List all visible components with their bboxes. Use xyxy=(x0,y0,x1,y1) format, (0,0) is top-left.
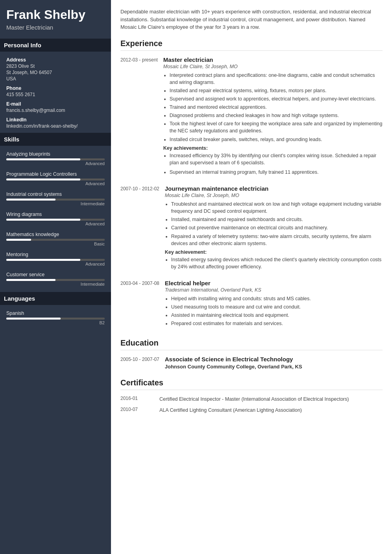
address-line-3: USA xyxy=(6,76,105,82)
personal-info-heading: Personal Info xyxy=(0,39,111,52)
language-bar-bg xyxy=(6,318,105,320)
skill-name: Customer service xyxy=(6,272,105,277)
education-entry: 2005-10 - 2007-07 Associate of Science i… xyxy=(120,356,383,370)
bullet-item: Interpreted contract plans and specifica… xyxy=(170,72,383,86)
experience-heading: Experience xyxy=(120,39,383,51)
main-content: Dependable master electrician with 10+ y… xyxy=(111,0,392,554)
summary-text: Dependable master electrician with 10+ y… xyxy=(120,8,383,31)
skill-bar-bg xyxy=(6,219,105,221)
skill-name: Wiring diagrams xyxy=(6,212,105,217)
skill-item: Programmable Logic Controllers Advanced xyxy=(6,171,105,186)
skill-item: Analyzing blueprints Advanced xyxy=(6,151,105,166)
skill-name: Mathematics knowledge xyxy=(6,232,105,237)
skill-level: Intermediate xyxy=(6,201,105,206)
skill-level: Advanced xyxy=(6,221,105,226)
bullet-item: Carried out preventive maintenance on el… xyxy=(171,224,383,231)
skill-name: Analyzing blueprints xyxy=(6,151,105,157)
skill-bar-fill xyxy=(6,199,55,201)
skill-level: Intermediate xyxy=(6,282,105,286)
bullet-item: Installed circuit breaker panels, switch… xyxy=(170,136,383,143)
entry-body: Journeyman maintenance electrician Mosai… xyxy=(165,185,383,273)
skill-bar-bg xyxy=(6,178,105,180)
certificate-entry: 2016-01 Certified Electrical Inspector -… xyxy=(120,396,383,403)
email-label: E-mail xyxy=(6,101,105,107)
certificates-section: Certificates 2016-01 Certified Electrica… xyxy=(120,378,383,414)
email-block: E-mail francis.s.shelby@gmail.com xyxy=(6,101,105,113)
cert-date: 2016-01 xyxy=(120,396,154,403)
entry-date: 2007-10 - 2012-02 xyxy=(120,185,159,273)
skill-level: Advanced xyxy=(6,262,105,266)
skill-item: Customer service Intermediate xyxy=(6,272,105,286)
skill-level: Advanced xyxy=(6,161,105,166)
job-title: Journeyman maintenance electrician xyxy=(165,185,383,192)
bullet-item: Assisted in maintaining electrical tools… xyxy=(171,312,383,319)
skills-list: Analyzing blueprints Advanced Programmab… xyxy=(6,151,105,286)
company: Mosaic Life Claire, St Joseph, MO xyxy=(163,64,383,69)
achievement-bullets: Installed energy saving devices which re… xyxy=(165,256,383,270)
bullet-item: Repaired a variety of telemetry systems:… xyxy=(171,233,383,247)
cert-text: ALA Certified Lighting Consultant (Ameri… xyxy=(159,407,302,414)
sidebar: Frank Shelby Master Electrician Personal… xyxy=(0,0,111,554)
skill-item: Mentoring Advanced xyxy=(6,252,105,266)
entry-date: 2012-03 - present xyxy=(120,56,158,178)
entry-date: 2003-04 - 2007-08 xyxy=(120,280,159,330)
skill-bar-bg xyxy=(6,279,105,281)
address-line-1: 2823 Olive St xyxy=(6,63,105,69)
certificate-entries: 2016-01 Certified Electrical Inspector -… xyxy=(120,396,383,414)
language-level: B2 xyxy=(6,320,105,325)
entry-body: Master electrician Mosaic Life Claire, S… xyxy=(163,56,383,178)
company: Mosaic Life Claire, St Joseph, MO xyxy=(165,193,383,198)
skill-item: Industrial control systems Intermediate xyxy=(6,191,105,206)
achievement-bullets: Increased efficiency by 33% by identifyi… xyxy=(163,152,383,166)
address-line-2: St Joseph, MO 64507 xyxy=(6,70,105,75)
achievement-item: Increased efficiency by 33% by identifyi… xyxy=(170,152,383,166)
skill-item: Wiring diagrams Advanced xyxy=(6,212,105,226)
achievement-item: Installed energy saving devices which re… xyxy=(171,256,383,270)
bullet-item: Used measuring tools to measure and cut … xyxy=(171,303,383,310)
bullet-item: Troubleshot and maintained electrical wo… xyxy=(171,201,383,215)
achievement-item: Supervised an internal training program,… xyxy=(170,169,383,176)
linkedin-value: linkedin.com/in/frank-sean-shelby/ xyxy=(6,123,105,129)
bullet-item: Installed and repair electrical systems,… xyxy=(170,87,383,94)
experience-entry: 2012-03 - present Master electrician Mos… xyxy=(120,56,383,178)
edu-date: 2005-10 - 2007-07 xyxy=(120,356,159,370)
bullet-item: Helped with installing wiring and condui… xyxy=(171,295,383,302)
skill-bar-bg xyxy=(6,199,105,201)
skill-item: Mathematics knowledge Basic xyxy=(6,232,105,246)
achievement-bullets: Supervised an internal training program,… xyxy=(163,169,383,176)
education-heading: Education xyxy=(120,338,383,350)
education-entries: 2005-10 - 2007-07 Associate of Science i… xyxy=(120,356,383,370)
address-label: Address xyxy=(6,57,105,63)
languages-list: Spanish B2 xyxy=(6,310,105,325)
skill-level: Basic xyxy=(6,242,105,246)
entry-bullets: Interpreted contract plans and specifica… xyxy=(163,72,383,143)
experience-entry: 2007-10 - 2012-02 Journeyman maintenance… xyxy=(120,185,383,273)
skill-bar-bg xyxy=(6,239,105,241)
email-value: francis.s.shelby@gmail.com xyxy=(6,108,105,113)
education-section: Education 2005-10 - 2007-07 Associate of… xyxy=(120,338,383,370)
phone-value: 415 555 2671 xyxy=(6,92,105,97)
bullet-item: Diagnosed problems and checked leakages … xyxy=(170,112,383,119)
skill-name: Programmable Logic Controllers xyxy=(6,171,105,177)
certificates-heading: Certificates xyxy=(120,378,383,390)
job-title: Master electrician xyxy=(163,56,383,63)
skill-bar-fill xyxy=(6,239,31,241)
skill-name: Industrial control systems xyxy=(6,191,105,197)
candidate-title: Master Electrician xyxy=(6,24,105,31)
address-block: Address 2823 Olive St St Joseph, MO 6450… xyxy=(6,57,105,82)
phone-label: Phone xyxy=(6,86,105,91)
skill-name: Mentoring xyxy=(6,252,105,257)
skill-bar-fill xyxy=(6,158,80,160)
linkedin-label: LinkedIn xyxy=(6,117,105,123)
key-achievements-label: Key achievements: xyxy=(163,145,383,151)
bullet-item: Took the highest level of care for keepi… xyxy=(170,120,383,134)
skills-heading: Skills xyxy=(0,133,111,146)
language-name: Spanish xyxy=(6,310,105,316)
bullet-item: Prepared cost estimates for materials an… xyxy=(171,320,383,327)
skill-bar-bg xyxy=(6,158,105,160)
skill-bar-fill xyxy=(6,178,80,180)
edu-degree: Associate of Science in Electrical Techn… xyxy=(165,356,383,363)
certificate-entry: 2010-07 ALA Certified Lighting Consultan… xyxy=(120,407,383,414)
candidate-name: Frank Shelby xyxy=(6,8,105,22)
entry-bullets: Helped with installing wiring and condui… xyxy=(165,295,383,327)
